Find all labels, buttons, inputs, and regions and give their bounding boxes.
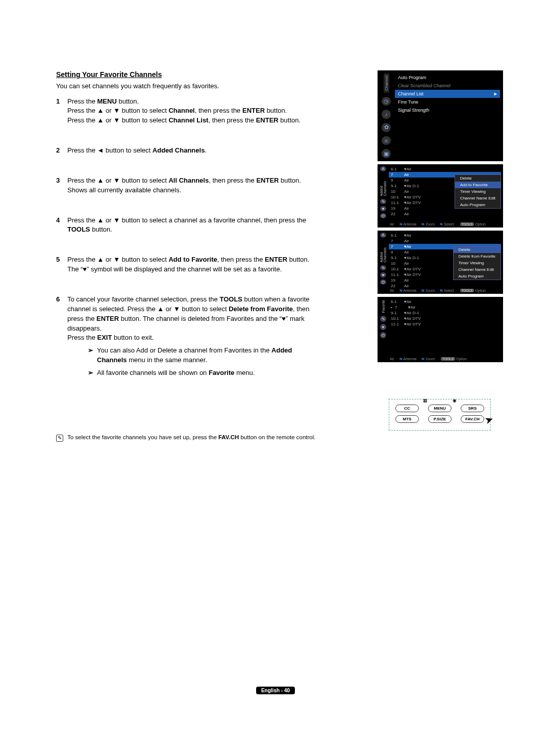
step: 5Press the ▲ or ▼ button to select Add t… — [56, 255, 316, 274]
osd-menu-item[interactable]: Fine Tune — [395, 98, 500, 106]
sidebar-icon: ✎ — [380, 265, 386, 270]
sidebar-icon: ◷ — [382, 97, 391, 106]
step-body: To cancel your favorite channel selectio… — [67, 295, 316, 378]
section-title: Setting Your Favorite Channels — [56, 70, 316, 79]
channel-row[interactable]: 6-1♥Air — [389, 166, 501, 172]
page: Setting Your Favorite Channels You can s… — [0, 0, 551, 725]
remote-row: MTSP.SIZEFAV.CH — [395, 415, 484, 423]
osd-menu-items: Auto ProgramClear Scrambled ChannelChann… — [395, 73, 500, 114]
channel-row[interactable]: 22Air — [389, 283, 501, 289]
popup-item[interactable]: Auto Program — [455, 201, 500, 208]
popup-item[interactable]: Auto Program — [454, 273, 500, 280]
bar-left: Air — [390, 289, 394, 293]
channel-row[interactable]: 7Air — [389, 238, 501, 244]
channel-row[interactable]: 10-1♥Air DTV — [389, 316, 501, 321]
bar-left: Air — [390, 357, 394, 361]
channel-row[interactable]: 22Air — [389, 211, 501, 217]
popup-item[interactable]: Timer Viewing — [454, 260, 500, 266]
remote-row: CCMENUSRS — [395, 405, 484, 412]
sidebar-icon: ▣ — [382, 149, 391, 158]
osd-sidebar-label: Channel — [384, 73, 389, 93]
remote-figure: ▦ ◉ CCMENUSRS MTSP.SIZEFAV.CH ➤ — [389, 399, 491, 440]
osd-menu-item[interactable]: Auto Program — [395, 73, 500, 82]
remote-button-psize[interactable]: P.SIZE — [428, 415, 452, 423]
heart-icon: ♥ — [380, 272, 386, 278]
sidebar-icon: ⏱ — [380, 213, 386, 218]
cursor-icon: ➤ — [483, 413, 495, 427]
bottom-bar: Air ⇆ Antenna ⇆ Zoom ⇆ Select TOOLS Opti… — [380, 222, 501, 226]
heart-icon: ♥ — [380, 324, 386, 330]
step-body: Press the MENU button.Press the ▲ or ▼ b… — [67, 97, 316, 126]
context-popup: DeleteAdd to FavoriteTimer ViewingChanne… — [455, 174, 501, 209]
channel-row[interactable]: 6-1♥Air — [389, 299, 501, 305]
osd-menu-item[interactable]: Clear Scrambled Channel — [395, 82, 500, 90]
step-number: 2 — [56, 146, 67, 156]
osd-menu-item[interactable]: Signal Strength — [395, 106, 500, 114]
step: 1Press the MENU button.Press the ▲ or ▼ … — [56, 97, 316, 126]
screenshots: Channel ◷ ♪ ✿ ≡ ▣ Auto ProgramClear Scra… — [378, 70, 503, 365]
sidebar-icon: A — [380, 166, 386, 171]
remote-button-favch[interactable]: FAV.CH — [461, 415, 484, 423]
channel-row[interactable]: 6-1♥Air — [389, 233, 501, 238]
channel-row[interactable]: •7♥Air — [389, 305, 501, 310]
sidebar-icon: A — [380, 233, 386, 238]
popup-item[interactable]: Delete from Favorite — [454, 253, 500, 260]
osd-added-channels-delete: A Added Channels ✎ ♥ ⏱ 6-1♥Air7Air7♥Air9… — [378, 231, 503, 294]
channel-row[interactable]: 9-1♥Air D-1 — [389, 310, 501, 316]
popup-item[interactable]: Delete — [454, 246, 500, 253]
page-footer: English - 40 — [56, 687, 495, 694]
step-body: Press the ▲ or ▼ button to select a chan… — [67, 216, 316, 235]
steps-list: 1Press the MENU button.Press the ▲ or ▼ … — [56, 97, 316, 378]
step-body: Press the ◄ button to select Added Chann… — [67, 146, 316, 156]
osd-added-channels-add: A Added Channels ✎ ♥ ⏱ 6-1♥Air7Air9Air9-… — [378, 164, 503, 228]
remote-button-mts[interactable]: MTS — [395, 415, 419, 423]
bottom-bar: Air ⇆ Antenna ⇆ Zoom TOOLS Option — [380, 357, 501, 361]
osd-menu-item[interactable]: Channel List — [395, 90, 500, 98]
popup-item[interactable]: Timer Viewing — [455, 188, 500, 195]
step-body: Press the ▲ or ▼ button to select All Ch… — [67, 176, 316, 195]
bottom-bar: Air ⇆ Antenna ⇆ Zoom ⇆ Select TOOLS Opti… — [380, 289, 501, 293]
sidebar-icon: ✎ — [380, 316, 386, 322]
step-sub-list: ➢You can also Add or Delete a channel fr… — [67, 346, 316, 378]
sidebar-icon: ⏱ — [380, 280, 386, 285]
osd-favorite-list: Favorite ✎ ♥ ⏱ 6-1♥Air•7♥Air9-1♥Air D-11… — [378, 297, 503, 362]
remote-button-cc[interactable]: CC — [395, 405, 419, 412]
intro-text: You can set channels you watch frequentl… — [56, 82, 316, 91]
footer-label: English - 40 — [256, 687, 295, 694]
osd-sidebar: Channel ◷ ♪ ✿ ≡ ▣ — [381, 73, 392, 158]
sidebar-icon: ✎ — [380, 199, 386, 204]
main-content: Setting Your Favorite Channels You can s… — [56, 70, 316, 442]
step-sub-item: ➢All favorite channels will be shown on … — [88, 368, 316, 378]
record-icon: ◉ — [453, 398, 457, 403]
popup-item[interactable]: Channel Name Edit — [455, 195, 500, 201]
sidebar-icon: ✿ — [382, 123, 391, 132]
step: 4Press the ▲ or ▼ button to select a cha… — [56, 216, 316, 235]
popup-item[interactable]: Channel Name Edit — [454, 266, 500, 273]
bar-left: Air — [390, 222, 394, 226]
step: 2Press the ◄ button to select Added Chan… — [56, 146, 316, 156]
step-number: 1 — [56, 97, 67, 126]
note: ✎ To select the favorite channels you ha… — [56, 434, 316, 442]
sidebar-icon: ⏱ — [380, 332, 386, 338]
grid-icon: ▦ — [423, 398, 428, 403]
remote-button-srs[interactable]: SRS — [461, 405, 484, 412]
step-body: Press the ▲ or ▼ button to select Add to… — [67, 255, 316, 274]
popup-item[interactable]: Delete — [455, 175, 500, 182]
remote-outline: ▦ ◉ CCMENUSRS MTSP.SIZEFAV.CH ➤ — [389, 399, 491, 431]
channel-row[interactable]: 11-1♥Air DTV — [389, 321, 501, 327]
context-popup: DeleteDelete from FavoriteTimer ViewingC… — [453, 246, 501, 280]
step-sub-item: ➢You can also Add or Delete a channel fr… — [88, 346, 316, 365]
step: 3Press the ▲ or ▼ button to select All C… — [56, 176, 316, 195]
step-number: 3 — [56, 176, 67, 195]
remote-top-icons: ▦ ◉ — [389, 398, 490, 403]
osd-channel-menu: Channel ◷ ♪ ✿ ≡ ▣ Auto ProgramClear Scra… — [378, 70, 503, 161]
step-number: 5 — [56, 255, 67, 274]
step-number: 4 — [56, 216, 67, 235]
remote-button-menu[interactable]: MENU — [428, 405, 452, 412]
clist-sidebar: A Added Channels ✎ ♥ ⏱ — [379, 166, 387, 218]
clist-sidebar: Favorite ✎ ♥ ⏱ — [379, 299, 387, 353]
clist-sidebar-label: Added Channels — [380, 240, 387, 264]
popup-item[interactable]: Add to Favorite — [455, 182, 500, 188]
sidebar-icon: ≡ — [382, 136, 391, 145]
note-text: To select the favorite channels you have… — [67, 434, 316, 440]
